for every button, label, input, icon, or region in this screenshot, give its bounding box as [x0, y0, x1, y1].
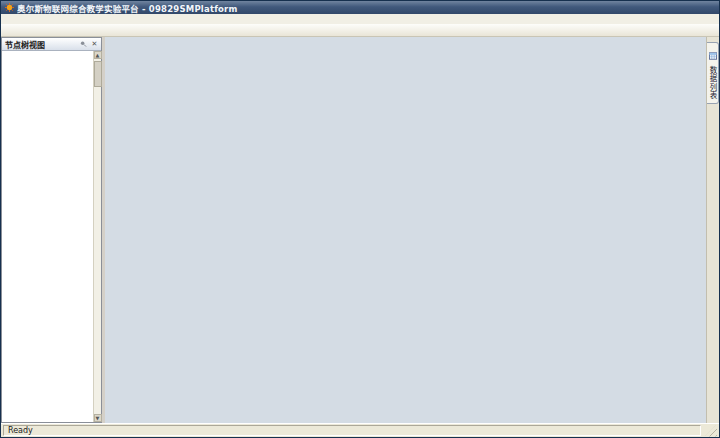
- close-icon[interactable]: ✕: [90, 40, 99, 49]
- tree-panel-header: 节点树视图 ✕: [2, 38, 101, 51]
- workspace: [105, 37, 706, 423]
- chart-toolbar: [106, 51, 705, 62]
- node-tree-panel: 节点树视图 ✕ ▲ ▼: [1, 37, 102, 423]
- tree-panel-title: 节点树视图: [5, 39, 45, 50]
- main-area: 节点树视图 ✕ ▲ ▼ 数据列表: [1, 37, 719, 423]
- toolbar: [1, 24, 719, 37]
- datagrid-icon: [709, 45, 717, 64]
- scroll-thumb[interactable]: [94, 61, 102, 87]
- tree-scrollbar[interactable]: ▲ ▼: [93, 51, 101, 422]
- node-tree: [2, 51, 101, 422]
- scroll-up-icon[interactable]: ▲: [94, 51, 102, 59]
- scroll-down-icon[interactable]: ▼: [94, 414, 102, 422]
- window-title: 奥尔斯物联网综合教学实验平台 - 09829SMPlatform: [17, 2, 238, 14]
- title-bar[interactable]: 奥尔斯物联网综合教学实验平台 - 09829SMPlatform: [1, 1, 719, 14]
- chart-grid: [106, 62, 705, 423]
- pin-icon[interactable]: [79, 40, 88, 49]
- app-icon: [5, 3, 14, 12]
- menu-bar: [1, 14, 719, 24]
- side-strip: 数据列表: [706, 37, 719, 423]
- application-window: 奥尔斯物联网综合教学实验平台 - 09829SMPlatform 节点树视图 ✕…: [0, 0, 720, 438]
- waveform-view: [105, 51, 706, 423]
- status-bar: Ready: [1, 423, 719, 437]
- status-ready: Ready: [3, 425, 701, 436]
- side-tab-data-list[interactable]: 数据列表: [707, 42, 719, 104]
- side-tab-label: 数据列表: [707, 66, 718, 100]
- resize-grip[interactable]: [705, 425, 717, 437]
- view-tab-bar: [105, 37, 706, 51]
